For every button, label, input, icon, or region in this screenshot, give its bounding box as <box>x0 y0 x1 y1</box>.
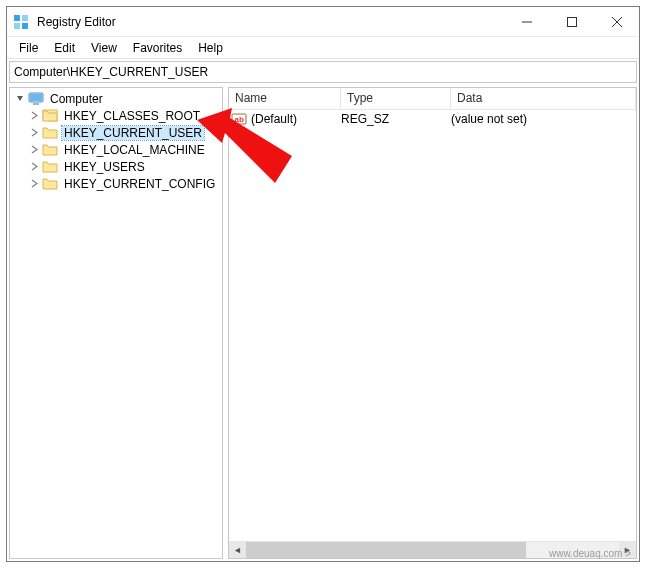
chevron-down-icon[interactable] <box>14 93 26 105</box>
svg-text:ab: ab <box>235 115 244 124</box>
list-pane: Name Type Data ab (Default) REG_SZ (valu… <box>228 87 637 559</box>
scroll-left-arrow-icon[interactable]: ◄ <box>229 542 246 559</box>
folder-icon <box>42 177 58 191</box>
tree-node-label: HKEY_CURRENT_CONFIG <box>62 177 217 191</box>
content-area: Computer HKEY_CLASSES_ROOT HKEY_CURREN <box>9 87 637 559</box>
tree-node-hkey-current-config[interactable]: HKEY_CURRENT_CONFIG <box>10 175 222 192</box>
tree-node-label: HKEY_CLASSES_ROOT <box>62 109 202 123</box>
scroll-thumb[interactable] <box>246 542 526 558</box>
watermark: www.deuaq.com > <box>549 548 631 559</box>
window-controls <box>504 7 639 36</box>
menu-help[interactable]: Help <box>190 39 231 57</box>
list-header: Name Type Data <box>229 88 636 110</box>
chevron-right-icon[interactable] <box>28 161 40 173</box>
column-header-data[interactable]: Data <box>451 88 636 109</box>
maximize-button[interactable] <box>549 7 594 36</box>
computer-icon <box>28 92 44 106</box>
close-button[interactable] <box>594 7 639 36</box>
folder-icon <box>42 160 58 174</box>
tree-node-hkey-classes-root[interactable]: HKEY_CLASSES_ROOT <box>10 107 222 124</box>
value-name: (Default) <box>251 112 341 126</box>
menubar: File Edit View Favorites Help <box>7 37 639 59</box>
folder-icon <box>42 109 58 123</box>
value-data: (value not set) <box>451 112 636 126</box>
app-icon <box>13 14 29 30</box>
folder-icon <box>42 143 58 157</box>
column-header-name[interactable]: Name <box>229 88 341 109</box>
menu-edit[interactable]: Edit <box>46 39 83 57</box>
tree-node-computer[interactable]: Computer <box>10 90 222 107</box>
value-type: REG_SZ <box>341 112 451 126</box>
tree-node-label: Computer <box>48 92 105 106</box>
registry-editor-window: Registry Editor File Edit View Favorites… <box>6 6 640 562</box>
tree-node-hkey-users[interactable]: HKEY_USERS <box>10 158 222 175</box>
list-row[interactable]: ab (Default) REG_SZ (value not set) <box>229 110 636 128</box>
chevron-right-icon[interactable] <box>28 144 40 156</box>
menu-file[interactable]: File <box>11 39 46 57</box>
svg-rect-2 <box>14 23 20 29</box>
minimize-button[interactable] <box>504 7 549 36</box>
string-value-icon: ab <box>231 111 247 127</box>
tree-node-hkey-local-machine[interactable]: HKEY_LOCAL_MACHINE <box>10 141 222 158</box>
svg-rect-1 <box>22 15 28 21</box>
menu-favorites[interactable]: Favorites <box>125 39 190 57</box>
chevron-right-icon[interactable] <box>28 127 40 139</box>
list-body[interactable]: ab (Default) REG_SZ (value not set) <box>229 110 636 541</box>
chevron-right-icon[interactable] <box>28 110 40 122</box>
chevron-right-icon[interactable] <box>28 178 40 190</box>
folder-icon <box>42 126 58 140</box>
tree-node-label: HKEY_LOCAL_MACHINE <box>62 143 207 157</box>
svg-rect-5 <box>567 17 576 26</box>
column-header-type[interactable]: Type <box>341 88 451 109</box>
tree-node-label: HKEY_USERS <box>62 160 147 174</box>
svg-rect-0 <box>14 15 20 21</box>
svg-rect-9 <box>30 94 42 101</box>
svg-rect-10 <box>33 103 39 105</box>
tree-pane[interactable]: Computer HKEY_CLASSES_ROOT HKEY_CURREN <box>9 87 223 559</box>
address-bar[interactable]: Computer\HKEY_CURRENT_USER <box>9 61 637 83</box>
window-title: Registry Editor <box>37 15 116 29</box>
titlebar: Registry Editor <box>7 7 639 37</box>
menu-view[interactable]: View <box>83 39 125 57</box>
address-path: Computer\HKEY_CURRENT_USER <box>14 65 208 79</box>
tree-node-hkey-current-user[interactable]: HKEY_CURRENT_USER <box>10 124 222 141</box>
svg-rect-3 <box>22 23 28 29</box>
tree-node-label: HKEY_CURRENT_USER <box>62 126 204 140</box>
